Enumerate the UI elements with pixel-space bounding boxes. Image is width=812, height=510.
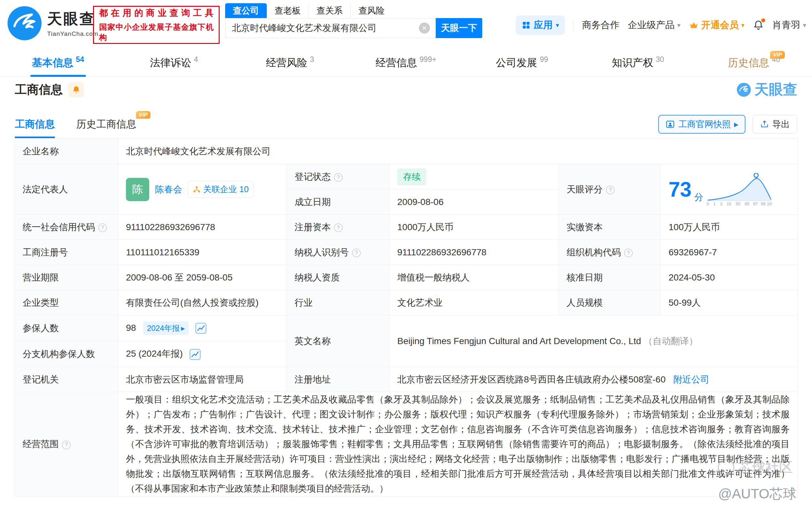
search-tab-company[interactable]: 查公司 (225, 3, 267, 18)
insured-count-value: 98 (126, 323, 136, 333)
tab-label: 基本信息 (32, 56, 73, 70)
export-label: 导出 (772, 118, 790, 130)
search-tab-boss[interactable]: 查老板 (267, 3, 309, 18)
help-icon[interactable]: ? (624, 248, 633, 257)
svg-text:1: 1 (714, 202, 716, 206)
field-label: 参保人数 (23, 323, 59, 333)
vip-badge: VIP (136, 111, 150, 119)
export-button[interactable]: 导出 (753, 115, 797, 133)
subtab-row: 工商信息 历史工商信息 VIP 工商官网快照 ▸ 导出 (0, 110, 812, 138)
user-menu[interactable]: 肖青羽 ▾ (772, 19, 806, 32)
search-area: 查公司 查老板 查关系 查风险 ✕ 天眼一下 (225, 3, 482, 38)
tab-intellectual-property[interactable]: 知识产权 30 (580, 49, 696, 77)
field-label: 企业类型 (23, 298, 59, 308)
subtab-business-info[interactable]: 工商信息 (15, 110, 55, 138)
search-tab-relation[interactable]: 查关系 (309, 3, 350, 18)
tab-operation-info[interactable]: 经营信息 999+ (348, 49, 464, 77)
tianyancha-logo-icon (736, 82, 751, 97)
field-value: 文化艺术业 (397, 298, 442, 308)
search-tab-risk[interactable]: 查风险 (350, 3, 393, 18)
field-label: 注册资本 (295, 222, 331, 232)
subtab-history-business-info[interactable]: 历史工商信息 VIP (76, 110, 136, 138)
field-label: 组织机构代码 (567, 247, 621, 257)
field-value: 增值税一般纳税人 (397, 272, 470, 282)
tianyancha-logo[interactable]: 天眼查 TianYanCha.com (6, 5, 98, 41)
apps-menu[interactable]: 应用 ▾ (516, 16, 565, 35)
logo-title: 天眼查 (47, 9, 98, 29)
cooperation-label: 商务合作 (582, 19, 619, 32)
apps-grid-icon (522, 21, 531, 30)
auto-translate-note: （自动翻译） (644, 336, 698, 346)
tianyancha-watermark-brand: 天眼查 (736, 80, 797, 99)
enterprise-products-menu[interactable]: 企业级产品 ▾ (628, 19, 680, 32)
search-tabs: 查公司 查老板 查关系 查风险 (225, 3, 482, 18)
trend-chart-icon[interactable] (195, 323, 207, 334)
top-header: 天眼查 TianYanCha.com 都在用的商业查询工具 国家中小企业发展子基… (0, 0, 812, 49)
help-icon[interactable]: ? (334, 223, 343, 232)
official-snapshot-button[interactable]: 工商官网快照 ▸ (658, 115, 746, 133)
status-badge: 存续 (397, 169, 426, 185)
field-value: 50-99人 (669, 298, 701, 308)
help-icon[interactable]: ? (98, 223, 107, 232)
tab-company-development[interactable]: 公司发展 99 (464, 49, 580, 77)
apps-label: 应用 (534, 19, 553, 32)
field-label: 人员规模 (567, 298, 603, 308)
field-label: 注册地址 (295, 374, 331, 384)
tab-operation-risk[interactable]: 经营风险 3 (232, 49, 348, 77)
chevron-down-icon: ▾ (803, 21, 806, 29)
section-title: 工商信息 (15, 82, 63, 98)
search-input[interactable] (225, 18, 436, 38)
table-row: 企业类型 有限责任公司(自然人投资或控股) 行业 文化艺术业 人员规模 50-9… (15, 290, 798, 316)
annual-report-tag[interactable]: 2024年报 ▸ (143, 322, 188, 335)
nearby-companies-link[interactable]: 附近公司 (673, 374, 709, 384)
field-label: 登记机关 (23, 374, 59, 384)
tab-count: 54 (76, 55, 84, 64)
svg-text:97: 97 (753, 202, 758, 206)
field-value: 有限责任公司(自然人投资或控股) (126, 298, 259, 308)
score-unit: 分 (694, 191, 703, 203)
related-companies-badge[interactable]: 关联企业 10 (188, 181, 254, 198)
promo-line-1: 都在用的商业查询工具 (99, 7, 213, 19)
tab-basic-info[interactable]: 基本信息 54 (0, 49, 116, 77)
field-value: 2009-08-06 至 2059-08-05 (126, 272, 233, 282)
chevron-down-icon: ▾ (556, 21, 559, 29)
tab-count: 3 (310, 55, 314, 64)
field-label: 营业期限 (23, 272, 59, 282)
subscribe-bell-button[interactable] (68, 82, 84, 97)
field-label: 实缴资本 (567, 222, 603, 232)
trend-chart-icon[interactable] (189, 349, 201, 360)
field-label: 核准日期 (567, 272, 603, 282)
field-label: 经营范围 (23, 439, 59, 449)
help-icon[interactable]: ? (334, 173, 343, 182)
business-cooperation-link[interactable]: 商务合作 (582, 19, 619, 32)
table-row: 参保人数 98 2024年报 ▸ 英文名称 Beijing Times Feng… (15, 316, 798, 341)
subtab-label: 工商信息 (15, 118, 55, 131)
legal-rep-name-link[interactable]: 陈春会 (155, 183, 182, 196)
enterprise-label: 企业级产品 (628, 19, 675, 32)
promo-banner: 都在用的商业查询工具 国家中小企业发展子基金旗下机构 (93, 6, 220, 44)
score-pin-icon (754, 173, 758, 177)
clear-search-icon[interactable]: ✕ (419, 23, 430, 34)
help-icon[interactable]: ? (352, 248, 361, 257)
tab-label: 知识产权 (612, 56, 653, 70)
tab-legal-proceedings[interactable]: 法律诉讼 4 (116, 49, 232, 77)
table-row: 企业名称 北京时代峰峻文化艺术发展有限公司 (15, 139, 798, 164)
table-row: 法定代表人 陈 陈春会 关联企业 10 登记状态? 存续 (15, 164, 798, 189)
field-value: 100万人民币 (669, 222, 720, 232)
open-vip-menu[interactable]: 开通会员 ▾ (689, 19, 745, 32)
chevron-right-icon: ▸ (181, 324, 185, 333)
score-value: 73 (669, 179, 692, 200)
search-button[interactable]: 天眼一下 (436, 18, 482, 38)
help-icon[interactable]: ? (62, 441, 71, 449)
logo-domain: TianYanCha.com (47, 30, 98, 37)
legal-rep-avatar[interactable]: 陈 (126, 178, 149, 201)
field-label: 统一社会信用代码 (23, 222, 95, 232)
tab-history-info[interactable]: 历史信息 40 VIP (696, 49, 812, 77)
help-icon[interactable]: ? (606, 186, 615, 194)
tab-label: 法律诉讼 (150, 56, 191, 70)
establish-date-value: 2009-08-06 (397, 197, 443, 207)
tianyancha-logo-icon (6, 5, 42, 41)
tab-count: 999+ (419, 55, 436, 64)
tab-label: 公司发展 (496, 56, 537, 70)
notifications-button[interactable] (753, 20, 764, 31)
